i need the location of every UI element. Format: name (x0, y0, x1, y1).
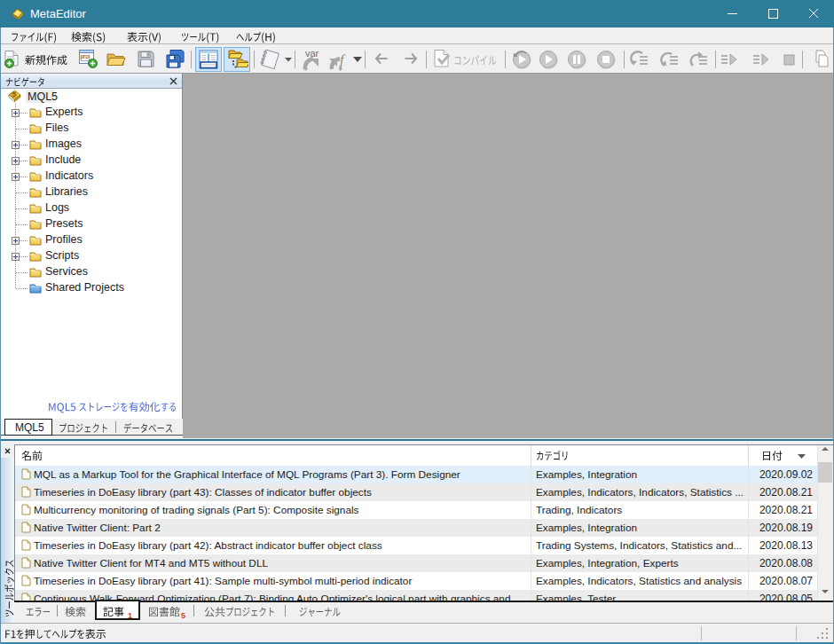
svg-text:proj: proj (81, 53, 90, 60)
svg-text:f: f (340, 52, 346, 68)
svg-text:5: 5 (12, 91, 16, 98)
